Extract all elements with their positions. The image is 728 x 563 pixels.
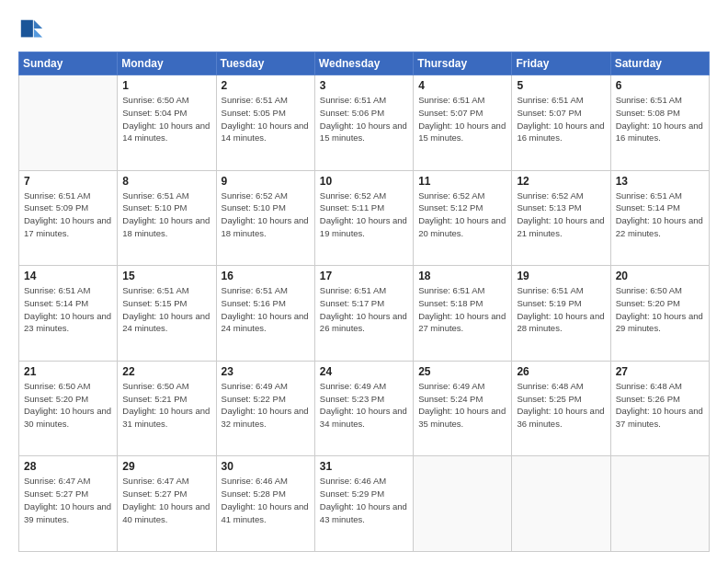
day-number: 15: [122, 270, 210, 282]
day-info: Sunrise: 6:50 AM Sunset: 5:20 PM Dayligh…: [24, 380, 112, 431]
day-info: Sunrise: 6:47 AM Sunset: 5:27 PM Dayligh…: [122, 475, 210, 525]
calendar-week-row: 1Sunrise: 6:50 AM Sunset: 5:04 PM Daylig…: [19, 75, 710, 171]
logo: [18, 17, 48, 42]
day-info: Sunrise: 6:48 AM Sunset: 5:25 PM Dayligh…: [517, 380, 605, 431]
calendar-day-cell: 15Sunrise: 6:51 AM Sunset: 5:15 PM Dayli…: [118, 266, 216, 362]
day-number: 7: [24, 175, 112, 188]
header: [18, 17, 710, 42]
day-number: 30: [222, 460, 310, 473]
day-info: Sunrise: 6:52 AM Sunset: 5:12 PM Dayligh…: [418, 190, 506, 240]
day-number: 25: [418, 365, 506, 378]
day-info: Sunrise: 6:49 AM Sunset: 5:23 PM Dayligh…: [320, 380, 408, 431]
calendar-week-row: 21Sunrise: 6:50 AM Sunset: 5:20 PM Dayli…: [19, 361, 710, 456]
calendar-day-cell: 1Sunrise: 6:50 AM Sunset: 5:04 PM Daylig…: [118, 75, 216, 171]
calendar-day-cell: 19Sunrise: 6:51 AM Sunset: 5:19 PM Dayli…: [512, 266, 610, 362]
day-of-week-header: Wednesday: [314, 52, 413, 75]
day-number: 23: [222, 365, 310, 378]
day-info: Sunrise: 6:50 AM Sunset: 5:21 PM Dayligh…: [122, 380, 210, 431]
calendar-day-cell: 14Sunrise: 6:51 AM Sunset: 5:14 PM Dayli…: [19, 266, 118, 362]
calendar-day-cell: [414, 456, 512, 552]
day-number: 2: [222, 79, 310, 92]
calendar-day-cell: 23Sunrise: 6:49 AM Sunset: 5:22 PM Dayli…: [216, 361, 314, 456]
day-info: Sunrise: 6:49 AM Sunset: 5:22 PM Dayligh…: [222, 380, 310, 431]
day-info: Sunrise: 6:51 AM Sunset: 5:09 PM Dayligh…: [24, 190, 112, 240]
day-number: 11: [418, 175, 506, 188]
svg-rect-2: [21, 20, 33, 38]
day-number: 10: [320, 175, 408, 188]
day-info: Sunrise: 6:51 AM Sunset: 5:15 PM Dayligh…: [122, 284, 210, 335]
svg-marker-1: [34, 29, 42, 37]
day-info: Sunrise: 6:51 AM Sunset: 5:16 PM Dayligh…: [222, 284, 310, 335]
day-number: 27: [616, 365, 704, 378]
calendar-week-row: 14Sunrise: 6:51 AM Sunset: 5:14 PM Dayli…: [19, 266, 710, 362]
day-number: 14: [24, 270, 112, 282]
day-number: 18: [418, 270, 506, 282]
calendar-day-cell: 24Sunrise: 6:49 AM Sunset: 5:23 PM Dayli…: [314, 361, 413, 456]
day-number: 5: [517, 79, 605, 92]
calendar-day-cell: 26Sunrise: 6:48 AM Sunset: 5:25 PM Dayli…: [512, 361, 610, 456]
day-info: Sunrise: 6:52 AM Sunset: 5:11 PM Dayligh…: [320, 190, 408, 240]
day-number: 1: [122, 79, 210, 92]
calendar-day-cell: 4Sunrise: 6:51 AM Sunset: 5:07 PM Daylig…: [414, 75, 512, 171]
day-info: Sunrise: 6:51 AM Sunset: 5:05 PM Dayligh…: [222, 94, 310, 144]
day-number: 24: [320, 365, 408, 378]
day-number: 13: [616, 175, 704, 188]
calendar-day-cell: 27Sunrise: 6:48 AM Sunset: 5:26 PM Dayli…: [610, 361, 709, 456]
calendar-week-row: 7Sunrise: 6:51 AM Sunset: 5:09 PM Daylig…: [19, 170, 710, 266]
day-info: Sunrise: 6:51 AM Sunset: 5:18 PM Dayligh…: [418, 284, 506, 335]
day-info: Sunrise: 6:50 AM Sunset: 5:04 PM Dayligh…: [122, 94, 210, 144]
day-info: Sunrise: 6:49 AM Sunset: 5:24 PM Dayligh…: [418, 380, 506, 431]
calendar-day-cell: [19, 75, 118, 171]
calendar-day-cell: 7Sunrise: 6:51 AM Sunset: 5:09 PM Daylig…: [19, 170, 118, 266]
calendar-day-cell: 5Sunrise: 6:51 AM Sunset: 5:07 PM Daylig…: [512, 75, 610, 171]
day-info: Sunrise: 6:48 AM Sunset: 5:26 PM Dayligh…: [616, 380, 704, 431]
day-info: Sunrise: 6:51 AM Sunset: 5:14 PM Dayligh…: [616, 190, 704, 240]
day-info: Sunrise: 6:51 AM Sunset: 5:14 PM Dayligh…: [24, 284, 112, 335]
day-info: Sunrise: 6:51 AM Sunset: 5:17 PM Dayligh…: [320, 284, 408, 335]
calendar-day-cell: 25Sunrise: 6:49 AM Sunset: 5:24 PM Dayli…: [414, 361, 512, 456]
calendar-day-cell: 20Sunrise: 6:50 AM Sunset: 5:20 PM Dayli…: [610, 266, 709, 362]
day-number: 12: [517, 175, 605, 188]
day-info: Sunrise: 6:51 AM Sunset: 5:07 PM Dayligh…: [517, 94, 605, 144]
calendar-day-cell: 9Sunrise: 6:52 AM Sunset: 5:10 PM Daylig…: [216, 170, 314, 266]
day-number: 8: [122, 175, 210, 188]
day-info: Sunrise: 6:51 AM Sunset: 5:08 PM Dayligh…: [616, 94, 704, 144]
day-number: 6: [616, 79, 704, 92]
day-info: Sunrise: 6:51 AM Sunset: 5:10 PM Dayligh…: [122, 190, 210, 240]
day-number: 17: [320, 270, 408, 282]
calendar-day-cell: [512, 456, 610, 552]
calendar-day-cell: 28Sunrise: 6:47 AM Sunset: 5:27 PM Dayli…: [19, 456, 118, 552]
day-number: 4: [418, 79, 506, 92]
day-of-week-header: Sunday: [19, 52, 118, 75]
page: SundayMondayTuesdayWednesdayThursdayFrid…: [0, 0, 728, 563]
day-info: Sunrise: 6:51 AM Sunset: 5:07 PM Dayligh…: [418, 94, 506, 144]
calendar-day-cell: 22Sunrise: 6:50 AM Sunset: 5:21 PM Dayli…: [118, 361, 216, 456]
day-info: Sunrise: 6:47 AM Sunset: 5:27 PM Dayligh…: [24, 475, 112, 525]
day-info: Sunrise: 6:52 AM Sunset: 5:10 PM Dayligh…: [222, 190, 310, 240]
calendar-day-cell: 8Sunrise: 6:51 AM Sunset: 5:10 PM Daylig…: [118, 170, 216, 266]
day-info: Sunrise: 6:46 AM Sunset: 5:29 PM Dayligh…: [320, 475, 408, 525]
calendar-day-cell: 16Sunrise: 6:51 AM Sunset: 5:16 PM Dayli…: [216, 266, 314, 362]
calendar-header: SundayMondayTuesdayWednesdayThursdayFrid…: [19, 52, 710, 75]
calendar-day-cell: 12Sunrise: 6:52 AM Sunset: 5:13 PM Dayli…: [512, 170, 610, 266]
calendar-day-cell: 6Sunrise: 6:51 AM Sunset: 5:08 PM Daylig…: [610, 75, 709, 171]
calendar-day-cell: 21Sunrise: 6:50 AM Sunset: 5:20 PM Dayli…: [19, 361, 118, 456]
day-info: Sunrise: 6:52 AM Sunset: 5:13 PM Dayligh…: [517, 190, 605, 240]
day-of-week-header: Friday: [512, 52, 610, 75]
day-of-week-header: Saturday: [610, 52, 709, 75]
day-info: Sunrise: 6:51 AM Sunset: 5:19 PM Dayligh…: [517, 284, 605, 335]
calendar-day-cell: 17Sunrise: 6:51 AM Sunset: 5:17 PM Dayli…: [314, 266, 413, 362]
day-number: 31: [320, 460, 408, 473]
day-number: 28: [24, 460, 112, 473]
day-number: 19: [517, 270, 605, 282]
day-number: 22: [122, 365, 210, 378]
day-number: 16: [222, 270, 310, 282]
calendar-day-cell: 31Sunrise: 6:46 AM Sunset: 5:29 PM Dayli…: [314, 456, 413, 552]
logo-icon: [18, 17, 44, 42]
day-number: 21: [24, 365, 112, 378]
day-number: 29: [122, 460, 210, 473]
day-number: 9: [222, 175, 310, 188]
day-of-week-header: Thursday: [414, 52, 512, 75]
calendar-day-cell: 29Sunrise: 6:47 AM Sunset: 5:27 PM Dayli…: [118, 456, 216, 552]
calendar-day-cell: 11Sunrise: 6:52 AM Sunset: 5:12 PM Dayli…: [414, 170, 512, 266]
